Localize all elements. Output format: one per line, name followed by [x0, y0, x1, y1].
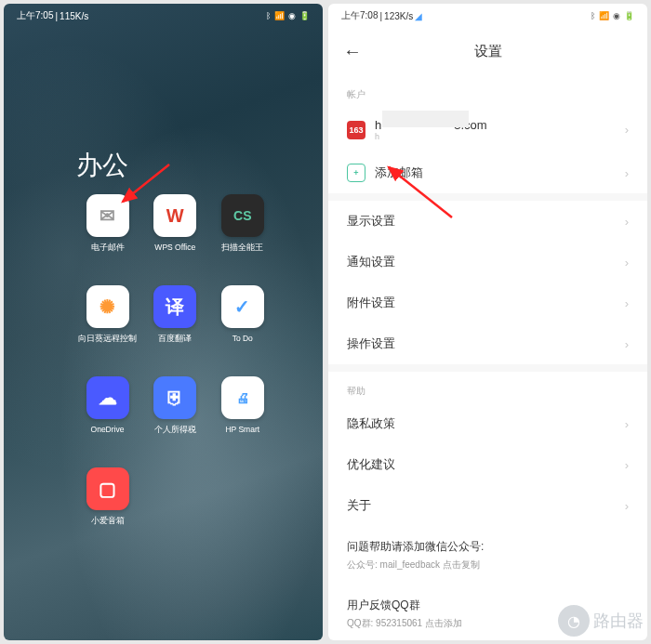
add-mailbox-item[interactable]: + 添加邮箱 ›	[328, 152, 647, 193]
status-bar-left: 上午7:05 | 115K/s ᛒ 📶 ◉ 🔋	[4, 4, 323, 28]
section-label-help: 帮助	[328, 372, 647, 403]
divider	[328, 193, 647, 201]
help-item[interactable]: 关于›	[328, 485, 647, 526]
chevron-right-icon: ›	[625, 296, 629, 310]
chevron-right-icon: ›	[625, 123, 629, 137]
app-label: 个人所得税	[154, 425, 196, 436]
app-icon: ☁	[86, 376, 129, 419]
signal-icon: 📶	[599, 11, 609, 20]
app-向日葵远程控制[interactable]: ✺向日葵远程控制	[78, 285, 137, 345]
app-icon: ✉	[86, 194, 129, 237]
chevron-right-icon: ›	[625, 337, 629, 351]
app-个人所得税[interactable]: ⛨个人所得税	[146, 376, 205, 436]
app-label: 百度翻译	[158, 334, 192, 345]
app-icon: 🖨	[221, 376, 264, 419]
battery-icon: 🔋	[624, 11, 634, 20]
status-speed: 123K/s	[384, 11, 413, 21]
folder-title: 办公	[76, 148, 128, 183]
app-icon: ⛨	[153, 376, 196, 419]
status-icons: ᛒ 📶 ◉ 🔋	[591, 11, 634, 20]
status-time: 上午7:08	[341, 9, 378, 22]
help-item[interactable]: 隐私政策›	[328, 403, 647, 444]
header: ← 设置	[328, 28, 647, 75]
watermark: ◔ 路由器	[558, 605, 644, 637]
app-label: WPS Office	[154, 243, 195, 252]
chevron-right-icon: ›	[625, 499, 629, 513]
redaction-mask	[382, 111, 469, 127]
app-label: 向日葵远程控制	[78, 334, 137, 345]
app-小爱音箱[interactable]: ▢小爱音箱	[78, 467, 137, 527]
help-item[interactable]: 优化建议›	[328, 444, 647, 485]
app-扫描全能王[interactable]: CS扫描全能王	[214, 194, 272, 254]
app-电子邮件[interactable]: ✉电子邮件	[78, 194, 137, 254]
signal-icon: 📶	[274, 11, 285, 20]
wifi-icon: ◉	[288, 11, 296, 20]
app-label: HP Smart	[225, 425, 259, 434]
status-bar-right: 上午7:08 | 123K/s ◢ ᛒ 📶 ◉ 🔋	[328, 4, 647, 28]
chevron-right-icon: ›	[625, 215, 629, 229]
status-icons: ᛒ 📶 ◉ 🔋	[266, 11, 310, 20]
back-button[interactable]: ←	[343, 41, 362, 62]
app-OneDrive[interactable]: ☁OneDrive	[78, 376, 137, 436]
item-label: 隐私政策	[347, 415, 395, 432]
app-label: To Do	[232, 334, 253, 343]
item-label: 操作设置	[347, 335, 395, 352]
app-icon: W	[153, 194, 196, 237]
app-label: OneDrive	[91, 425, 125, 434]
battery-icon: 🔋	[299, 11, 310, 20]
app-To Do[interactable]: ✓To Do	[214, 285, 272, 345]
app-grid: ✉电子邮件WWPS OfficeCS扫描全能王✺向日葵远程控制译百度翻译✓To …	[78, 194, 272, 527]
item-label: 通知设置	[347, 254, 395, 270]
chevron-right-icon: ›	[625, 166, 629, 180]
settings-list: 显示设置›通知设置›附件设置›操作设置›	[328, 201, 647, 364]
home-screen: 上午7:05 | 115K/s ᛒ 📶 ◉ 🔋 办公 ✉电子邮件WWPS Off…	[4, 4, 323, 640]
settings-screen: 上午7:08 | 123K/s ◢ ᛒ 📶 ◉ 🔋 ← 设置 帐户 163 hx…	[328, 4, 647, 640]
chevron-right-icon: ›	[625, 417, 629, 431]
app-label: 电子邮件	[91, 243, 125, 254]
app-HP Smart[interactable]: 🖨HP Smart	[214, 376, 272, 436]
bluetooth-icon: ᛒ	[591, 11, 595, 20]
app-百度翻译[interactable]: 译百度翻译	[146, 285, 205, 345]
help-list: 隐私政策›优化建议›关于›	[328, 403, 647, 526]
item-label: 附件设置	[347, 295, 395, 311]
app-label: 小爱音箱	[91, 516, 125, 527]
app-icon: CS	[221, 194, 264, 237]
settings-item[interactable]: 附件设置›	[328, 283, 647, 323]
app-WPS Office[interactable]: WWPS Office	[146, 194, 205, 254]
plus-icon: +	[347, 164, 365, 182]
item-label: 优化建议	[347, 456, 395, 473]
header-title: 设置	[474, 43, 502, 60]
chevron-right-icon: ›	[625, 458, 629, 472]
app-icon: ✓	[221, 285, 264, 328]
wifi-icon: ◉	[613, 11, 620, 20]
mail-163-icon: 163	[347, 121, 365, 139]
app-icon: 译	[153, 285, 196, 328]
app-icon: ✺	[86, 285, 129, 328]
divider	[328, 364, 647, 372]
wechat-info[interactable]: 问题帮助请添加微信公众号: 公众号: mail_feedback 点击复制	[328, 526, 647, 585]
status-speed: 115K/s	[60, 11, 88, 21]
watermark-icon: ◔	[558, 605, 590, 637]
bluetooth-icon: ᛒ	[266, 11, 271, 20]
item-label: 关于	[347, 497, 371, 514]
chevron-right-icon: ›	[625, 256, 629, 269]
item-label: 显示设置	[347, 213, 395, 230]
settings-item[interactable]: 显示设置›	[328, 201, 647, 242]
app-label: 扫描全能王	[221, 243, 263, 254]
settings-item[interactable]: 通知设置›	[328, 242, 647, 283]
status-time: 上午7:05	[17, 9, 53, 22]
settings-item[interactable]: 操作设置›	[328, 323, 647, 364]
app-icon: ▢	[86, 467, 129, 510]
location-icon: ◢	[415, 11, 422, 21]
section-label-account: 帐户	[328, 75, 647, 107]
account-item[interactable]: 163 hxxxxxxxxxxxx3.com h ›	[328, 107, 647, 152]
